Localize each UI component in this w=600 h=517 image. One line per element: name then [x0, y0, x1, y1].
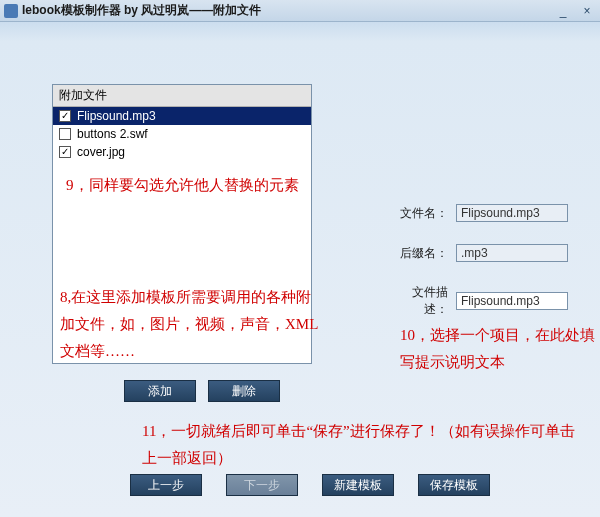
close-button[interactable]: ×: [578, 3, 596, 19]
add-button[interactable]: 添加: [124, 380, 196, 402]
checkbox-icon[interactable]: [59, 128, 71, 140]
app-window: Iebook模板制作器 by 风过明岚——附加文件 _ × 附加文件 ✓ Fli…: [0, 0, 600, 517]
app-icon: [4, 4, 18, 18]
minimize-button[interactable]: _: [554, 3, 572, 19]
attachment-listbox[interactable]: 附加文件 ✓ Flipsound.mp3 buttons 2.swf ✓ cov…: [52, 84, 312, 364]
list-item[interactable]: buttons 2.swf: [53, 125, 311, 143]
filename-input[interactable]: [456, 204, 568, 222]
description-input[interactable]: [456, 292, 568, 310]
next-step-button: 下一步: [226, 474, 298, 496]
description-label: 文件描述：: [392, 284, 448, 318]
list-item[interactable]: ✓ cover.jpg: [53, 143, 311, 161]
prev-step-button[interactable]: 上一步: [130, 474, 202, 496]
prev-step-label: 上一步: [148, 477, 184, 494]
list-item-label: cover.jpg: [77, 145, 125, 159]
list-item-label: Flipsound.mp3: [77, 109, 156, 123]
next-step-label: 下一步: [244, 477, 280, 494]
description-row: 文件描述：: [392, 284, 568, 318]
save-template-button[interactable]: 保存模板: [418, 474, 490, 496]
listbox-header: 附加文件: [53, 85, 311, 107]
checkbox-icon[interactable]: ✓: [59, 146, 71, 158]
extension-label: 后缀名：: [392, 245, 448, 262]
window-controls: _ ×: [554, 3, 596, 19]
titlebar: Iebook模板制作器 by 风过明岚——附加文件 _ ×: [0, 0, 600, 22]
content-area: 附加文件 ✓ Flipsound.mp3 buttons 2.swf ✓ cov…: [0, 22, 600, 517]
delete-button[interactable]: 删除: [208, 380, 280, 402]
new-template-button[interactable]: 新建模板: [322, 474, 394, 496]
checkbox-icon[interactable]: ✓: [59, 110, 71, 122]
add-button-label: 添加: [148, 383, 172, 400]
list-item-label: buttons 2.swf: [77, 127, 148, 141]
filename-row: 文件名：: [392, 204, 568, 222]
list-item[interactable]: ✓ Flipsound.mp3: [53, 107, 311, 125]
delete-button-label: 删除: [232, 383, 256, 400]
extension-row: 后缀名：: [392, 244, 568, 262]
extension-input[interactable]: [456, 244, 568, 262]
save-template-label: 保存模板: [430, 477, 478, 494]
annotation-11: 11，一切就绪后即可单击“保存”进行保存了！（如有误操作可单击上一部返回）: [142, 418, 582, 472]
new-template-label: 新建模板: [334, 477, 382, 494]
window-title: Iebook模板制作器 by 风过明岚——附加文件: [22, 2, 554, 19]
annotation-10: 10，选择一个项目，在此处填写提示说明文本: [400, 322, 600, 376]
filename-label: 文件名：: [392, 205, 448, 222]
